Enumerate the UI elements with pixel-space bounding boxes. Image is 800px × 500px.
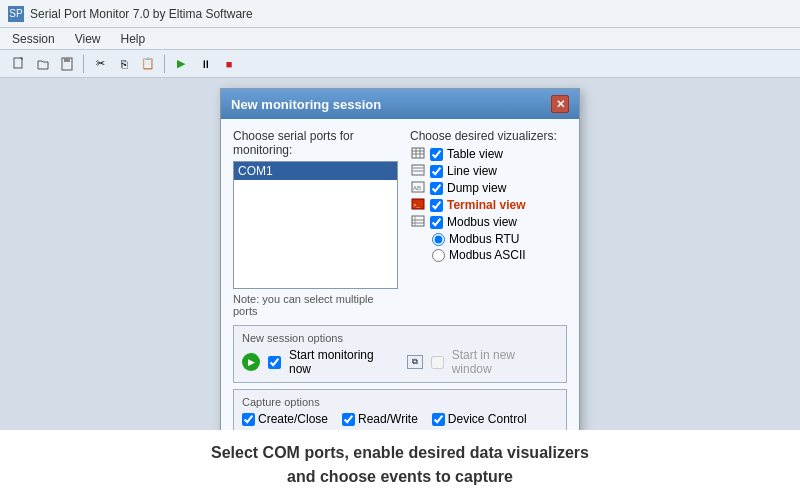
app-icon: SP bbox=[8, 6, 24, 22]
viz-dump-label: Dump view bbox=[447, 181, 506, 195]
modbus-ascii-label: Modbus ASCII bbox=[449, 248, 526, 262]
viz-row-dump: AB Dump view bbox=[410, 181, 567, 195]
viz-terminal-checkbox[interactable] bbox=[430, 199, 443, 212]
capture-read-write: Read/Write bbox=[342, 412, 418, 426]
read-write-label: Read/Write bbox=[358, 412, 418, 426]
read-write-checkbox[interactable] bbox=[342, 413, 355, 426]
capture-device-control: Device Control bbox=[432, 412, 527, 426]
port-list[interactable]: COM1 bbox=[233, 161, 398, 289]
viz-dump-checkbox[interactable] bbox=[430, 182, 443, 195]
start-monitoring-now-checkbox[interactable] bbox=[268, 356, 281, 369]
app-title: Serial Port Monitor 7.0 by Eltima Softwa… bbox=[30, 7, 253, 21]
viz-terminal-label: Terminal view bbox=[447, 198, 525, 212]
toolbar-copy-btn[interactable]: ⎘ bbox=[113, 53, 135, 75]
capture-options-title: Capture options bbox=[242, 396, 558, 408]
viz-row-table: Table view bbox=[410, 147, 567, 161]
svg-rect-15 bbox=[412, 216, 424, 226]
new-window-icon: ⧉ bbox=[407, 355, 423, 369]
toolbar-new-btn[interactable] bbox=[8, 53, 30, 75]
visualizers-column: Choose desired vizualizers: Table view bbox=[410, 129, 567, 317]
create-close-checkbox[interactable] bbox=[242, 413, 255, 426]
viz-row-line: Line view bbox=[410, 164, 567, 178]
caption-line1: Select COM ports, enable desired data vi… bbox=[211, 444, 589, 461]
dialog-close-button[interactable]: ✕ bbox=[551, 95, 569, 113]
start-new-window-label: Start in new window bbox=[452, 348, 558, 376]
device-control-label: Device Control bbox=[448, 412, 527, 426]
viz-row-modbus: Modbus view bbox=[410, 215, 567, 229]
main-area: New monitoring session ✕ Choose serial p… bbox=[0, 78, 800, 500]
svg-rect-0 bbox=[14, 58, 22, 68]
capture-create-close: Create/Close bbox=[242, 412, 328, 426]
toolbar-pause-btn[interactable]: ⏸ bbox=[194, 53, 216, 75]
modbus-rtu-radio[interactable] bbox=[432, 233, 445, 246]
toolbar-open-btn[interactable] bbox=[32, 53, 54, 75]
ports-label: Choose serial ports for monitoring: bbox=[233, 129, 398, 157]
caption-line2: and choose events to capture bbox=[287, 468, 513, 485]
dialog-columns: Choose serial ports for monitoring: COM1… bbox=[233, 129, 567, 317]
dialog-new-session: New monitoring session ✕ Choose serial p… bbox=[220, 88, 580, 482]
session-options-section: New session options ▶ Start monitoring n… bbox=[233, 325, 567, 383]
viz-row-terminal: >_ Terminal view bbox=[410, 198, 567, 212]
create-close-label: Create/Close bbox=[258, 412, 328, 426]
toolbar-paste-btn[interactable]: 📋 bbox=[137, 53, 159, 75]
modbus-radio-group: Modbus RTU Modbus ASCII bbox=[432, 232, 567, 262]
start-new-window-checkbox[interactable] bbox=[431, 356, 444, 369]
bottom-caption: Select COM ports, enable desired data vi… bbox=[0, 430, 800, 500]
device-control-checkbox[interactable] bbox=[432, 413, 445, 426]
menu-view[interactable]: View bbox=[71, 32, 105, 46]
toolbar-sep-1 bbox=[83, 55, 84, 73]
viz-line-label: Line view bbox=[447, 164, 497, 178]
menu-session[interactable]: Session bbox=[8, 32, 59, 46]
ports-column: Choose serial ports for monitoring: COM1… bbox=[233, 129, 398, 317]
viz-table-label: Table view bbox=[447, 147, 503, 161]
dump-viz-icon: AB bbox=[410, 181, 426, 195]
port-item-com1[interactable]: COM1 bbox=[234, 162, 397, 180]
start-monitoring-now-label: Start monitoring now bbox=[289, 348, 399, 376]
caption-text: Select COM ports, enable desired data vi… bbox=[211, 441, 589, 489]
viz-table-checkbox[interactable] bbox=[430, 148, 443, 161]
dialog-title-bar: New monitoring session ✕ bbox=[221, 89, 579, 119]
svg-rect-3 bbox=[412, 148, 424, 158]
toolbar-play-btn[interactable]: ▶ bbox=[170, 53, 192, 75]
modbus-rtu-label: Modbus RTU bbox=[449, 232, 519, 246]
toolbar-save-btn[interactable] bbox=[56, 53, 78, 75]
modbus-ascii-row: Modbus ASCII bbox=[432, 248, 567, 262]
session-options-title: New session options bbox=[242, 332, 558, 344]
line-viz-icon bbox=[410, 164, 426, 178]
ports-note: Note: you can select multiple ports bbox=[233, 293, 398, 317]
viz-line-checkbox[interactable] bbox=[430, 165, 443, 178]
menu-bar: Session View Help bbox=[0, 28, 800, 50]
session-options-row: ▶ Start monitoring now ⧉ Start in new wi… bbox=[242, 348, 558, 376]
toolbar: ✂ ⎘ 📋 ▶ ⏸ ■ bbox=[0, 50, 800, 78]
svg-rect-8 bbox=[412, 165, 424, 175]
toolbar-stop-btn[interactable]: ■ bbox=[218, 53, 240, 75]
viz-modbus-label: Modbus view bbox=[447, 215, 517, 229]
visualizers-label: Choose desired vizualizers: bbox=[410, 129, 567, 143]
dialog-title: New monitoring session bbox=[231, 97, 381, 112]
menu-help[interactable]: Help bbox=[117, 32, 150, 46]
svg-text:AB: AB bbox=[413, 185, 421, 191]
viz-modbus-checkbox[interactable] bbox=[430, 216, 443, 229]
toolbar-sep-2 bbox=[164, 55, 165, 73]
title-bar: SP Serial Port Monitor 7.0 by Eltima Sof… bbox=[0, 0, 800, 28]
capture-options-section: Capture options Create/Close Read/Write bbox=[233, 389, 567, 433]
svg-rect-2 bbox=[64, 58, 70, 62]
play-icon: ▶ bbox=[242, 353, 260, 371]
svg-text:>_: >_ bbox=[413, 202, 421, 208]
modbus-ascii-radio[interactable] bbox=[432, 249, 445, 262]
table-viz-icon bbox=[410, 147, 426, 161]
modbus-viz-icon bbox=[410, 215, 426, 229]
modbus-rtu-row: Modbus RTU bbox=[432, 232, 567, 246]
terminal-viz-icon: >_ bbox=[410, 198, 426, 212]
toolbar-cut-btn[interactable]: ✂ bbox=[89, 53, 111, 75]
capture-options-row: Create/Close Read/Write Device Control bbox=[242, 412, 558, 426]
dialog-body: Choose serial ports for monitoring: COM1… bbox=[221, 119, 579, 481]
